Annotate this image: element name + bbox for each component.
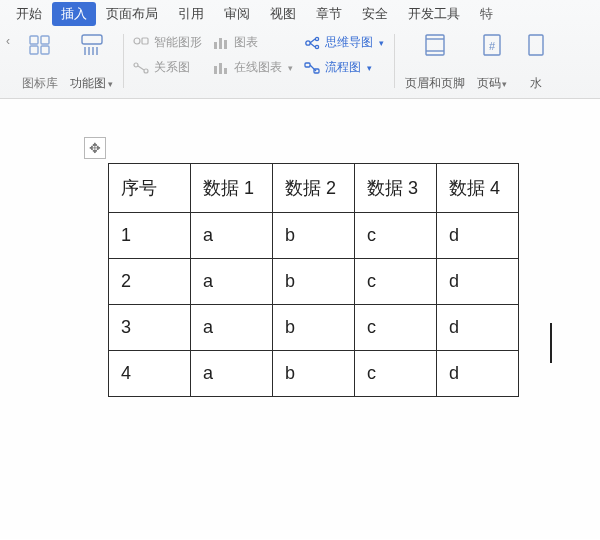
- col-header[interactable]: 数据 1: [191, 164, 273, 213]
- svg-rect-19: [224, 68, 227, 74]
- cell[interactable]: c: [355, 351, 437, 397]
- online-chart-label: 在线图表: [234, 59, 282, 76]
- mini-col-3: 思维导图 ▾ 流程图 ▾: [299, 32, 390, 76]
- cell[interactable]: a: [191, 305, 273, 351]
- ribbon: 开始 插入 页面布局 引用 审阅 视图 章节 安全 开发工具 特 ‹ 图标库: [0, 0, 600, 99]
- svg-rect-28: [426, 35, 444, 55]
- col-header[interactable]: 数据 3: [355, 164, 437, 213]
- tab-chapter[interactable]: 章节: [306, 1, 352, 27]
- icon-library-label: 图标库: [22, 75, 58, 92]
- tab-layout[interactable]: 页面布局: [96, 1, 168, 27]
- cell[interactable]: 2: [109, 259, 191, 305]
- watermark-button[interactable]: 水: [513, 32, 553, 92]
- tab-security[interactable]: 安全: [352, 1, 398, 27]
- cell[interactable]: d: [437, 213, 519, 259]
- relation-chart-button[interactable]: 关系图: [132, 59, 202, 76]
- tab-insert[interactable]: 插入: [52, 2, 96, 26]
- header-footer-icon: [422, 32, 448, 58]
- cell[interactable]: a: [191, 213, 273, 259]
- page-number-label: 页码▾: [477, 75, 507, 92]
- mini-col-1: 智能图形 关系图: [128, 32, 208, 76]
- data-table[interactable]: 序号 数据 1 数据 2 数据 3 数据 4 1 a b c d 2 a: [108, 163, 519, 397]
- flowchart-button[interactable]: 流程图 ▾: [303, 59, 384, 76]
- svg-rect-3: [41, 46, 49, 54]
- online-chart-button[interactable]: 在线图表 ▾: [212, 59, 293, 76]
- function-chart-label: 功能图▾: [70, 75, 113, 92]
- table-move-handle[interactable]: ✥: [84, 137, 106, 159]
- cell[interactable]: d: [437, 305, 519, 351]
- online-chart-icon: [212, 61, 230, 75]
- mindmap-label: 思维导图: [325, 34, 373, 51]
- tab-start[interactable]: 开始: [6, 1, 52, 27]
- svg-point-11: [134, 63, 138, 67]
- cell[interactable]: 1: [109, 213, 191, 259]
- tab-devtools[interactable]: 开发工具: [398, 1, 470, 27]
- header-footer-label: 页眉和页脚: [405, 75, 465, 92]
- table-row: 1 a b c d: [109, 213, 519, 259]
- page-number-icon: #: [479, 32, 505, 58]
- flowchart-label: 流程图: [325, 59, 361, 76]
- svg-rect-10: [142, 38, 148, 44]
- cell[interactable]: a: [191, 351, 273, 397]
- mindmap-icon: [303, 36, 321, 50]
- smartart-label: 智能图形: [154, 34, 202, 51]
- cell[interactable]: 3: [109, 305, 191, 351]
- page: ✥ 序号 数据 1 数据 2 数据 3 数据 4 1 a b c d: [70, 137, 590, 397]
- tab-review[interactable]: 审阅: [214, 1, 260, 27]
- tab-trailing[interactable]: 特: [470, 1, 503, 27]
- table-header-row: 序号 数据 1 数据 2 数据 3 数据 4: [109, 164, 519, 213]
- svg-rect-33: [529, 35, 543, 55]
- svg-point-24: [315, 45, 318, 48]
- tool-row: ‹ 图标库 功能图▾: [6, 28, 594, 92]
- cell[interactable]: c: [355, 213, 437, 259]
- svg-rect-4: [82, 35, 102, 44]
- svg-line-21: [310, 39, 315, 43]
- table-row: 2 a b c d: [109, 259, 519, 305]
- header-footer-button[interactable]: 页眉和页脚: [399, 32, 471, 92]
- svg-rect-16: [224, 40, 227, 49]
- chevron-left-icon[interactable]: ‹: [6, 34, 10, 48]
- function-chart-button[interactable]: 功能图▾: [64, 32, 119, 92]
- document-workspace[interactable]: ✥ 序号 数据 1 数据 2 数据 3 数据 4 1 a b c d: [0, 99, 600, 539]
- divider: [394, 34, 395, 88]
- mindmap-button[interactable]: 思维导图 ▾: [303, 34, 384, 51]
- svg-rect-14: [214, 42, 217, 49]
- svg-point-12: [144, 69, 148, 73]
- table-row: 3 a b c d: [109, 305, 519, 351]
- relation-icon: [132, 61, 150, 75]
- move-icon: ✥: [89, 140, 101, 156]
- svg-rect-1: [41, 36, 49, 44]
- svg-point-20: [306, 40, 310, 44]
- page-number-button[interactable]: # 页码▾: [471, 32, 513, 92]
- grid-icon: [27, 32, 53, 58]
- tab-reference[interactable]: 引用: [168, 1, 214, 27]
- chevron-down-icon: ▾: [367, 63, 372, 73]
- cell[interactable]: b: [273, 305, 355, 351]
- cell[interactable]: d: [437, 351, 519, 397]
- svg-rect-0: [30, 36, 38, 44]
- chevron-down-icon: ▾: [288, 63, 293, 73]
- col-header[interactable]: 序号: [109, 164, 191, 213]
- svg-line-13: [138, 66, 144, 70]
- svg-rect-18: [219, 63, 222, 74]
- table-row: 4 a b c d: [109, 351, 519, 397]
- svg-rect-17: [214, 66, 217, 74]
- col-header[interactable]: 数据 2: [273, 164, 355, 213]
- cell[interactable]: c: [355, 305, 437, 351]
- chart-button[interactable]: 图表: [212, 34, 293, 51]
- cell[interactable]: d: [437, 259, 519, 305]
- cell[interactable]: b: [273, 259, 355, 305]
- col-header[interactable]: 数据 4: [437, 164, 519, 213]
- cell[interactable]: b: [273, 351, 355, 397]
- flowchart-icon: [303, 61, 321, 75]
- cell[interactable]: c: [355, 259, 437, 305]
- icon-library-button[interactable]: 图标库: [16, 32, 64, 92]
- smartart-button[interactable]: 智能图形: [132, 34, 202, 51]
- tab-view[interactable]: 视图: [260, 1, 306, 27]
- svg-rect-15: [219, 38, 222, 49]
- cell[interactable]: a: [191, 259, 273, 305]
- cell[interactable]: 4: [109, 351, 191, 397]
- relation-chart-label: 关系图: [154, 59, 190, 76]
- svg-rect-25: [305, 63, 310, 67]
- cell[interactable]: b: [273, 213, 355, 259]
